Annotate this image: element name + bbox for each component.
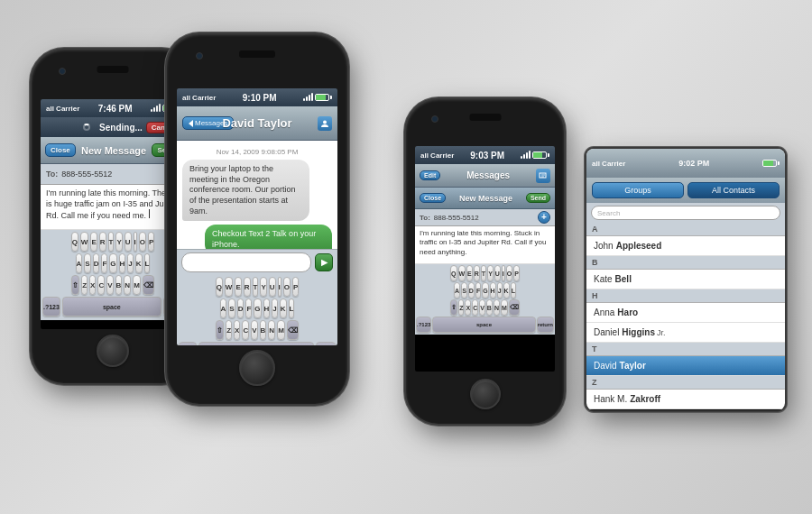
p2-key-s[interactable]: S [228,298,235,318]
p2-key-m[interactable]: M [277,320,285,340]
phone2-home-btn[interactable] [239,350,275,386]
key-e[interactable]: E [90,232,97,252]
key-f[interactable]: F [101,253,107,273]
p3-q[interactable]: Q [450,265,457,281]
phone3-compose-icon[interactable] [536,169,550,183]
p3-h[interactable]: H [490,282,496,298]
key-u[interactable]: U [125,232,132,252]
phone3-to-input[interactable]: 888-555-5512 [434,214,534,222]
key-n[interactable]: N [124,275,131,295]
p2-key-x[interactable]: X [234,320,240,340]
key-num[interactable]: .?123 [42,297,60,317]
p2-key-t[interactable]: T [253,277,259,297]
key-g[interactable]: G [109,253,116,273]
key-space[interactable]: space [62,297,161,317]
p3-k[interactable]: K [503,282,510,298]
p3-del[interactable]: ⌫ [509,299,520,316]
p2-key-n[interactable]: N [268,320,275,340]
p2-key-e[interactable]: E [235,277,241,297]
p3-v[interactable]: V [479,299,485,316]
p3-p[interactable]: P [513,265,520,281]
p3-i[interactable]: I [502,265,505,281]
p3-s[interactable]: S [461,282,467,298]
p3-l[interactable]: L [511,282,516,298]
key-j[interactable]: J [127,253,133,273]
phone1-close-btn[interactable]: Close [45,143,76,157]
key-shift[interactable]: ⇧ [71,275,79,295]
p2-key-a[interactable]: A [220,298,227,318]
p2-key-space[interactable]: space [198,342,314,345]
contact-appleseed[interactable]: John Appleseed [586,236,785,256]
phone1-home-btn[interactable] [97,335,129,367]
p2-key-num[interactable]: .?123 [179,342,197,345]
key-v[interactable]: V [106,275,113,295]
p2-key-z[interactable]: Z [226,320,232,340]
p3-n[interactable]: N [494,299,500,316]
p3-t[interactable]: T [481,265,486,281]
key-m[interactable]: M [133,275,141,295]
contact-higgins[interactable]: Daniel Higgins Jr. [586,323,785,343]
p3-j[interactable]: J [497,282,503,298]
phone3-message-body[interactable]: I'm running late this morning. Stuck in … [415,226,555,264]
p3-u[interactable]: U [494,265,501,281]
key-t[interactable]: T [108,232,115,252]
key-k[interactable]: K [135,253,143,273]
p3-shift[interactable]: ⇧ [450,299,457,316]
key-h[interactable]: H [119,253,126,273]
contacts-search-input[interactable]: Search [591,206,780,220]
p3-r[interactable]: R [474,265,480,281]
p2-key-l[interactable]: L [289,298,295,318]
p2-key-h[interactable]: H [263,298,271,318]
phone3-add-btn[interactable]: + [538,211,550,224]
phone2-send-btn[interactable]: ▶ [315,253,333,271]
p2-key-shift[interactable]: ⇧ [216,320,224,340]
phone3-send-btn[interactable]: Send [526,193,550,203]
p2-key-g[interactable]: G [254,298,261,318]
phone3-close-btn[interactable]: Close [420,193,446,203]
key-c[interactable]: C [97,275,105,295]
key-y[interactable]: Y [115,232,122,252]
p2-key-y[interactable]: Y [260,277,266,297]
key-d[interactable]: D [93,253,100,273]
p2-key-b[interactable]: B [260,320,267,340]
p2-key-j[interactable]: J [272,298,277,318]
key-q[interactable]: Q [71,232,78,252]
p2-key-d[interactable]: D [237,298,245,318]
phone1-to-input[interactable]: 888-555-5512 [61,170,161,179]
key-b[interactable]: B [115,275,123,295]
key-o[interactable]: O [139,232,146,252]
p2-key-delete[interactable]: ⌫ [287,320,299,340]
p2-key-p[interactable]: P [292,277,299,297]
phone2-contact-icon[interactable] [318,116,332,131]
p3-x[interactable]: X [465,299,471,316]
p2-key-f[interactable]: F [245,298,252,318]
key-p[interactable]: P [148,232,154,252]
contact-bell[interactable]: Kate Bell [586,270,785,289]
p3-num[interactable]: .?123 [416,317,431,333]
key-r[interactable]: R [99,232,106,252]
p2-key-return[interactable]: return [316,342,336,345]
phone1-message-body[interactable]: I'm running late this morning. There is … [41,185,185,230]
key-z[interactable]: Z [81,275,88,295]
p3-c[interactable]: C [472,299,478,316]
p2-key-w[interactable]: W [225,277,234,297]
p2-key-c[interactable]: C [242,320,249,340]
key-l[interactable]: L [144,253,151,273]
phone3-home-btn[interactable] [470,379,501,409]
key-a[interactable]: A [76,253,83,273]
p3-w[interactable]: W [458,265,466,281]
p2-key-v[interactable]: V [251,320,257,340]
p2-key-k[interactable]: K [280,298,287,318]
p3-return[interactable]: return [537,317,554,333]
p3-b[interactable]: B [486,299,493,316]
p3-m[interactable]: M [501,299,508,316]
p3-d[interactable]: D [468,282,475,298]
key-delete[interactable]: ⌫ [143,275,154,295]
key-i[interactable]: I [134,232,137,252]
p3-o[interactable]: O [506,265,512,281]
p2-key-u[interactable]: U [269,277,276,297]
p3-e[interactable]: E [466,265,473,281]
p3-space[interactable]: space [432,317,535,333]
p2-key-o[interactable]: O [283,277,291,297]
key-x[interactable]: X [89,275,96,295]
